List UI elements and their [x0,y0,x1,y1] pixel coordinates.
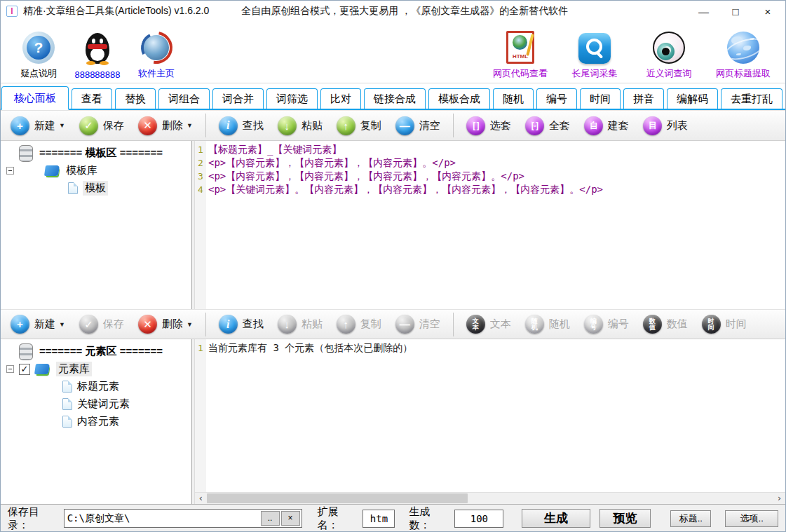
help-label: 疑点说明 [20,67,57,80]
element-find-button[interactable]: i 查找 [212,313,270,336]
tab-time[interactable]: 时间 [580,88,621,109]
template-delete-button[interactable]: ✕ 删除 ▼ [132,114,199,137]
globe-sync-icon [140,32,172,64]
scroll-right-icon[interactable]: › [773,493,785,505]
time-type-icon: 时间 [702,315,721,334]
element-save-button[interactable]: ✓ 保存 [73,313,130,336]
tab-word-filter[interactable]: 词筛选 [266,88,318,109]
homepage-label: 软件主页 [138,67,175,80]
scrollbar-thumb[interactable] [207,493,468,503]
template-library-node[interactable]: 模板库 [1,162,191,179]
clear-path-button[interactable]: × [281,511,300,526]
minimize-button[interactable]: — [698,6,708,18]
tab-replace[interactable]: 替换 [115,88,156,109]
template-save-button[interactable]: ✓ 保存 [73,114,130,137]
element-item-node[interactable]: 标题元素 [1,378,191,395]
dropdown-arrow-icon: ▼ [187,122,193,129]
save-dir-input[interactable] [65,510,259,527]
options-button[interactable]: 选项.. [725,510,778,527]
element-new-button[interactable]: + 新建 ▼ [4,313,72,336]
homepage-link[interactable]: 软件主页 [127,25,186,80]
arrow-up-icon: ↑ [337,315,355,334]
synonym-query-link[interactable]: 近义词查询 [635,25,703,80]
tab-number[interactable]: 编号 [536,88,577,109]
element-text-button[interactable]: 文本 文本 [460,313,517,336]
dropdown-arrow-icon: ▼ [59,122,65,129]
scroll-left-icon[interactable]: ‹ [195,493,207,505]
full-set-button[interactable]: [▫] 全套 [519,114,576,137]
plus-icon: + [11,116,29,135]
list-button[interactable]: 目 列表 [637,114,694,137]
element-number-button[interactable]: 编号 编号 [578,313,635,336]
tab-word-combine[interactable]: 词组合 [158,88,210,109]
template-clear-button[interactable]: — 清空 [389,114,447,137]
close-button[interactable]: × [763,6,773,18]
tab-random[interactable]: 随机 [493,88,534,109]
element-item-node[interactable]: 内容元素 [1,413,191,430]
collapse-icon[interactable] [6,365,14,373]
select-set-button[interactable]: [ ] 选套 [460,114,517,137]
template-copy-button[interactable]: ↑ 复制 [330,114,388,137]
page-title-extract-label: 网页标题提取 [716,67,771,80]
collapse-icon[interactable] [6,167,14,175]
tab-codec[interactable]: 编解码 [667,88,718,109]
template-editor[interactable]: 1【标题元素】_【关键词元素】 2<p>【内容元素】，【内容元素】，【内容元素】… [195,141,785,309]
toolbar-separator [205,313,206,336]
bottom-bar: 保存目录： .. × 扩展名： 生成数： 生成 预览 标题.. 选项.. [1,504,785,532]
element-item-node[interactable]: 关键词元素 [1,395,191,413]
toolbar-separator [205,114,206,137]
app-title: 精准·文章组合工具集(ArticleTools) v1.6.2.0 [23,5,209,18]
template-tree: ======= 模板区 ======= 模板库 模板 [1,141,191,309]
html-code-viewer-label: 网页代码查看 [493,67,548,80]
longtail-collect-link[interactable]: 长尾词采集 [561,25,628,80]
element-library-node[interactable]: ✓ 元素库 [1,360,191,378]
editor-line: 1当前元素库有 3 个元素（包括本次已删除的） [195,341,785,355]
check-icon: ✓ [79,116,98,135]
browse-button[interactable]: .. [261,511,280,526]
tab-link-compose[interactable]: 链接合成 [364,88,426,109]
main-tab-bar: 核心面板 查看 替换 词组合 词合并 词筛选 比对 链接合成 模板合成 随机 编… [1,83,785,110]
tab-word-merge[interactable]: 词合并 [212,88,264,109]
value-type-icon: 数值 [643,315,662,334]
checkbox-checked-icon[interactable]: ✓ [19,364,30,375]
element-delete-button[interactable]: ✕ 删除 ▼ [132,313,199,336]
help-link[interactable]: 疑点说明 [9,25,68,80]
horizontal-scrollbar[interactable]: ‹ › [195,492,785,504]
editor-line: 3<p>【内容元素】，【内容元素】，【内容元素】，【内容元素】。</p> [195,170,785,183]
tab-compare[interactable]: 比对 [320,88,361,109]
maximize-button[interactable]: □ [731,6,740,18]
template-new-button[interactable]: + 新建 ▼ [4,114,72,137]
element-clear-button[interactable]: — 清空 [389,313,447,336]
extension-input[interactable] [362,510,395,528]
generate-count-input[interactable] [454,510,503,528]
tab-dedup-shuffle[interactable]: 去重打乱 [721,88,782,109]
build-set-button[interactable]: 自 建套 [578,114,635,137]
preview-button[interactable]: 预览 [599,509,651,528]
element-value-button[interactable]: 数值 数值 [637,313,694,336]
element-area: ======= 元素区 ======= ✓ 元素库 标题元素 关键词元素 内容元… [1,339,785,504]
tab-core-panel[interactable]: 核心面板 [1,86,69,110]
title-settings-button[interactable]: 标题.. [670,510,711,527]
qq-contact-link[interactable]: 888888888 [68,25,127,80]
build-set-icon: 自 [584,116,603,135]
element-time-button[interactable]: 时间 时间 [696,313,753,336]
element-paste-button[interactable]: ↓ 粘贴 [271,313,329,336]
window-controls: — □ × [698,6,780,18]
element-random-button[interactable]: 随机 随机 [519,313,576,336]
html-code-viewer-link[interactable]: 网页代码查看 [487,25,554,80]
app-icon: I [6,6,18,17]
page-title-extract-link[interactable]: 网页标题提取 [710,25,777,80]
template-item-node[interactable]: 模板 [1,179,191,197]
template-find-button[interactable]: i 查找 [212,114,270,137]
element-editor[interactable]: 1当前元素库有 3 个元素（包括本次已删除的） ‹ › [195,339,785,504]
generate-button[interactable]: 生成 [522,509,590,528]
eye-icon [653,32,685,64]
check-icon: ✓ [79,315,98,334]
element-copy-button[interactable]: ↑ 复制 [330,313,388,336]
tab-view[interactable]: 查看 [72,88,112,109]
app-subtitle: 全自由原创组合模式，更强大更易用 ，《原创文章生成器》的全新替代软件 [241,5,568,18]
list-icon: 目 [643,116,662,135]
template-paste-button[interactable]: ↓ 粘贴 [271,114,329,137]
tab-template-compose[interactable]: 模板合成 [428,88,490,109]
tab-pinyin[interactable]: 拼音 [623,88,664,109]
